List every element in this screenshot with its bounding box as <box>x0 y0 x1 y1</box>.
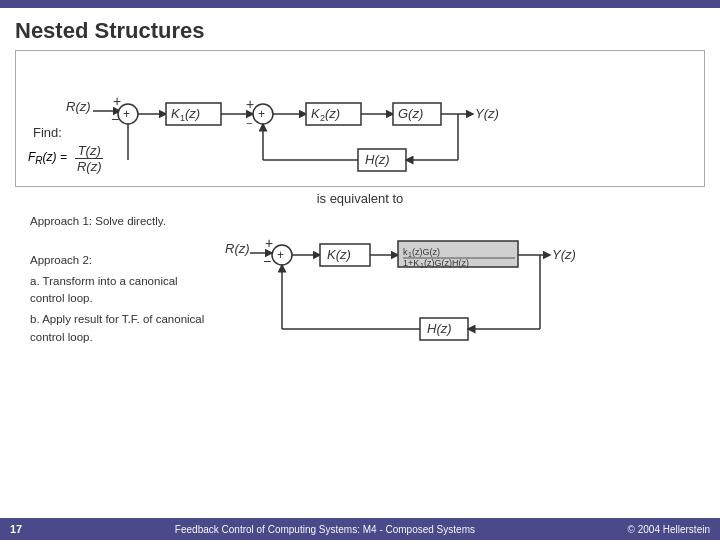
svg-text:+: + <box>246 96 254 112</box>
find-section: Find: FR(z) = T(z) R(z) <box>28 123 103 174</box>
header-bar <box>0 0 720 8</box>
fraction: T(z) R(z) <box>75 143 104 174</box>
svg-text:−: − <box>246 117 252 129</box>
svg-text:+: + <box>258 107 265 121</box>
svg-text:+: + <box>113 93 121 109</box>
svg-text:K(z): K(z) <box>327 247 351 262</box>
approach2-a: a. Transform into a canonical control lo… <box>30 273 210 308</box>
approach-text: Approach 1: Solve directly. Approach 2: … <box>30 208 210 368</box>
equiv-text: is equivalent to <box>15 191 705 206</box>
top-diagram-container: R(z) + − + K 1 (z) + − + <box>15 50 705 187</box>
fr-label: FR(z) = <box>28 150 67 166</box>
main-content: R(z) + − + K 1 (z) + − + <box>0 50 720 368</box>
footer-copyright: © 2004 Hellerstein <box>628 524 710 535</box>
title-area: Nested Structures <box>0 8 720 50</box>
svg-text:R(z): R(z) <box>225 241 250 256</box>
find-label: Find: <box>33 125 62 140</box>
svg-text:G(z): G(z) <box>398 106 423 121</box>
fraction-denominator: R(z) <box>75 159 104 174</box>
svg-text:−: − <box>263 253 271 269</box>
svg-text:+: + <box>265 235 273 251</box>
approach1-text: Approach 1: Solve directly. <box>30 213 210 230</box>
approach2-b: b. Apply result for T.F. of canonical co… <box>30 311 210 346</box>
svg-text:H(z): H(z) <box>365 152 390 167</box>
approach2-label: Approach 2: <box>30 252 210 269</box>
page-title: Nested Structures <box>15 18 205 43</box>
svg-text:1+K: 1+K <box>403 258 419 268</box>
svg-text:+: + <box>123 107 130 121</box>
fraction-numerator: T(z) <box>75 143 104 159</box>
svg-text:H(z): H(z) <box>427 321 452 336</box>
svg-text:+: + <box>277 248 284 262</box>
bottom-diagram: R(z) + − + K(z) k 1 <box>220 208 690 368</box>
svg-text:(z)G(z): (z)G(z) <box>412 247 440 257</box>
svg-text:Y(z): Y(z) <box>475 106 499 121</box>
svg-text:R(z): R(z) <box>66 99 91 114</box>
svg-text:Y(z): Y(z) <box>552 247 576 262</box>
footer-page-num: 17 <box>10 523 22 535</box>
bottom-block-diagram: R(z) + − + K(z) k 1 <box>220 208 690 363</box>
svg-text:(z): (z) <box>325 106 340 121</box>
top-block-diagram: R(z) + − + K 1 (z) + − + <box>28 59 708 174</box>
footer-center-text: Feedback Control of Computing Systems: M… <box>42 524 607 535</box>
bottom-section: Approach 1: Solve directly. Approach 2: … <box>15 208 705 368</box>
svg-text:(z): (z) <box>185 106 200 121</box>
footer: 17 Feedback Control of Computing Systems… <box>0 518 720 540</box>
svg-text:(z)G(z)H(z): (z)G(z)H(z) <box>424 258 469 268</box>
